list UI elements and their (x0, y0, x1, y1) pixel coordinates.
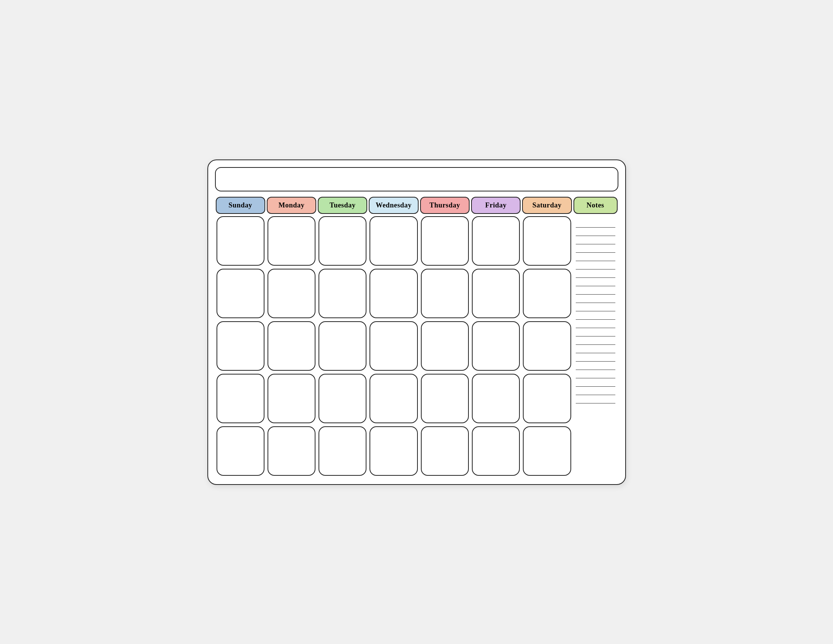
note-line[interactable] (576, 378, 615, 387)
note-line[interactable] (576, 311, 615, 320)
day-cell[interactable] (267, 216, 315, 266)
note-line[interactable] (576, 253, 615, 261)
day-cell[interactable] (318, 269, 367, 318)
calendar-grid: SundayMondayTuesdayWednesdayThursdayFrid… (215, 196, 618, 477)
header-monday: Monday (267, 197, 316, 214)
day-cell[interactable] (217, 321, 264, 371)
note-line[interactable] (576, 269, 615, 278)
title-bar[interactable] (215, 167, 618, 192)
day-cell[interactable] (421, 216, 469, 266)
note-line[interactable] (576, 219, 615, 228)
header-thursday: Thursday (420, 197, 470, 214)
note-line[interactable] (576, 328, 615, 336)
day-cell[interactable] (318, 216, 367, 266)
note-line[interactable] (576, 286, 615, 295)
day-cell[interactable] (318, 426, 367, 476)
note-line[interactable] (576, 345, 615, 353)
note-line[interactable] (576, 370, 615, 378)
note-line[interactable] (576, 236, 615, 244)
note-line[interactable] (576, 303, 615, 311)
day-cell[interactable] (370, 426, 417, 476)
day-cell[interactable] (472, 426, 520, 476)
day-cell[interactable] (217, 426, 264, 476)
day-cell[interactable] (370, 216, 417, 266)
note-line[interactable] (576, 228, 615, 236)
note-line[interactable] (576, 261, 615, 269)
day-cell[interactable] (267, 374, 315, 423)
day-cell[interactable] (421, 321, 469, 371)
note-line[interactable] (576, 244, 615, 253)
header-notes: Notes (574, 197, 618, 214)
note-line[interactable] (576, 295, 615, 303)
day-cell[interactable] (217, 374, 264, 423)
note-line[interactable] (576, 395, 615, 403)
day-cell[interactable] (318, 374, 367, 423)
day-cell[interactable] (267, 321, 315, 371)
day-cell[interactable] (217, 216, 264, 266)
calendar-container: SundayMondayTuesdayWednesdayThursdayFrid… (207, 159, 626, 485)
note-line[interactable] (576, 362, 615, 370)
day-cell[interactable] (472, 374, 520, 423)
day-cell[interactable] (472, 269, 520, 318)
day-cell[interactable] (370, 374, 417, 423)
day-cell[interactable] (421, 426, 469, 476)
note-line[interactable] (576, 353, 615, 362)
day-cell[interactable] (421, 269, 469, 318)
day-cell[interactable] (472, 321, 520, 371)
day-cell[interactable] (370, 321, 417, 371)
day-cell[interactable] (217, 269, 264, 318)
day-cell[interactable] (472, 216, 520, 266)
note-line[interactable] (576, 387, 615, 395)
day-cell[interactable] (370, 269, 417, 318)
day-cell[interactable] (421, 374, 469, 423)
day-cell[interactable] (318, 321, 367, 371)
day-cell[interactable] (267, 269, 315, 318)
header-wednesday: Wednesday (369, 197, 418, 214)
day-cell[interactable] (523, 426, 571, 476)
header-saturday: Saturday (522, 197, 572, 214)
notes-section[interactable] (574, 216, 617, 476)
day-cell[interactable] (523, 269, 571, 318)
day-cell[interactable] (267, 426, 315, 476)
note-line[interactable] (576, 278, 615, 286)
day-cell[interactable] (523, 216, 571, 266)
note-line[interactable] (576, 336, 615, 345)
header-sunday: Sunday (216, 197, 265, 214)
day-cell[interactable] (523, 321, 571, 371)
header-friday: Friday (471, 197, 521, 214)
note-line[interactable] (576, 320, 615, 328)
header-tuesday: Tuesday (318, 197, 367, 214)
day-cell[interactable] (523, 374, 571, 423)
